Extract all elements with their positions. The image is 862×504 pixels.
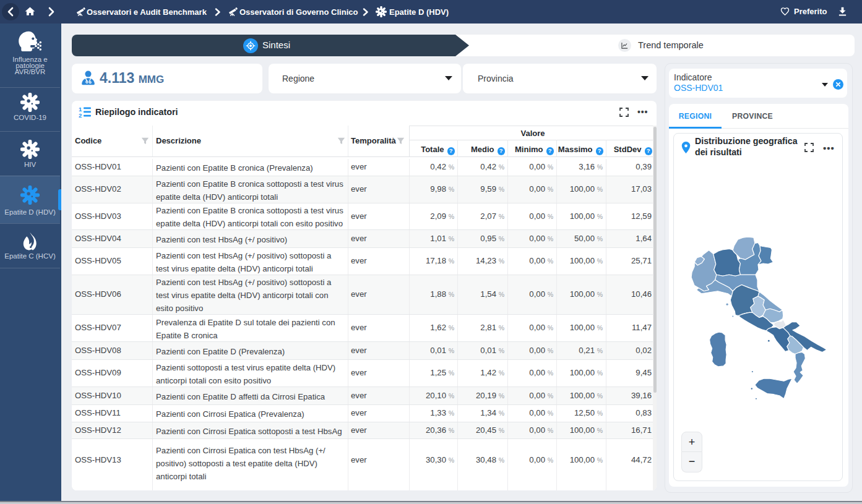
svg-text:2: 2 — [79, 112, 82, 117]
